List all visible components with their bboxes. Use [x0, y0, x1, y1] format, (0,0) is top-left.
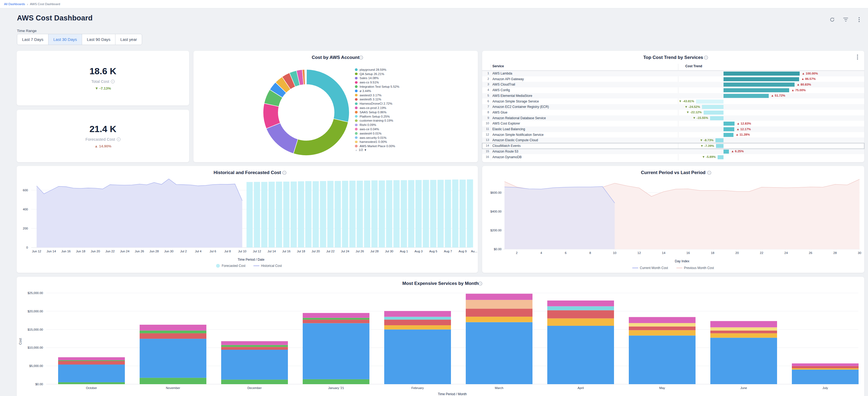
stack-segment-red[interactable] [58, 361, 125, 365]
stack-segment-khaki[interactable] [710, 327, 777, 331]
stack-segment-blue[interactable] [384, 330, 451, 384]
table-row-amazon-ec2-container-registry-ecr-[interactable]: 7Amazon EC2 Container Registry (ECR)▼ -2… [482, 104, 864, 110]
stack-segment-pink[interactable] [466, 294, 532, 300]
stack-segment-yellow[interactable] [547, 318, 614, 326]
time-range-last-90-days[interactable]: Last 90 Days [82, 34, 116, 45]
stack-segment-blue[interactable] [303, 323, 369, 379]
kebab-menu-icon[interactable] [856, 17, 862, 23]
legend-item[interactable]: aws-ce-prod 2.19% [355, 106, 473, 110]
stack-segment-red[interactable] [792, 366, 859, 368]
stack-segment-cyan[interactable] [384, 317, 451, 320]
stack-segment-blue[interactable] [221, 350, 288, 379]
info-icon[interactable]: i [111, 80, 115, 83]
stack-segment-green[interactable] [58, 382, 125, 384]
table-row-aws-glue[interactable]: 8AWS Glue▼ -22.12% [482, 110, 864, 115]
stack-segment-blue[interactable] [547, 326, 614, 384]
legend-item[interactable]: awstest3 3.17% [355, 93, 473, 97]
refresh-icon[interactable] [829, 17, 835, 23]
stack-segment-pink[interactable] [140, 325, 206, 331]
table-row-aws-elemental-mediastore[interactable]: 5AWS Elemental MediaStore▲ 51.72% [482, 93, 864, 99]
stack-segment-pink[interactable] [58, 357, 125, 360]
stack-segment-pink[interactable] [221, 341, 288, 345]
donut-slice-Sales[interactable] [267, 123, 298, 154]
stack-segment-red[interactable] [140, 333, 206, 339]
table-row-elastic-load-balancing[interactable]: 11Elastic Load Balancing▲ 12.17% [482, 126, 864, 132]
stack-segment-blue[interactable] [629, 335, 695, 384]
table-row-amazon-api-gateway[interactable]: 2Amazon API Gateway▲ 86.57% [482, 77, 864, 82]
stack-segment-pink[interactable] [629, 317, 695, 323]
stack-segment-blue[interactable] [466, 322, 532, 384]
stack-segment-red[interactable] [466, 309, 532, 317]
stack-segment-yellow[interactable] [792, 368, 859, 370]
stack-segment-green[interactable] [303, 379, 369, 384]
table-row-amazon-dynamodb[interactable]: 16Amazon DynamoDB▼ -5.89% [482, 154, 864, 160]
legend-item[interactable]: harnesstest1 0.00% [355, 140, 473, 144]
stack-segment-blue[interactable] [792, 370, 859, 384]
stack-segment-red[interactable] [303, 319, 369, 323]
stack-segment-red[interactable] [629, 326, 695, 330]
time-range-last-7-days[interactable]: Last 7 Days [17, 34, 49, 45]
stack-segment-peach[interactable] [466, 300, 532, 309]
stack-segment-yellow[interactable] [710, 333, 777, 338]
legend-item[interactable]: customer-training 0.19% [355, 119, 473, 123]
table-row-amazon-simple-notification-service[interactable]: 12Amazon Simple Notification Service▲ 11… [482, 132, 864, 138]
stack-segment-pink[interactable] [547, 301, 614, 306]
stack-segment-yellow[interactable] [629, 330, 695, 335]
legend-item[interactable]: Rishi 0.09% [355, 123, 473, 127]
time-range-last-year[interactable]: Last year [115, 34, 142, 45]
stack-segment-green[interactable] [221, 345, 288, 347]
historical-forecast-chart[interactable]: Historical and Forecasted Costi020040060… [17, 166, 478, 273]
stack-segment-pink[interactable] [792, 363, 859, 366]
stack-segment-pink[interactable] [710, 321, 777, 327]
stack-segment-pink[interactable] [303, 313, 369, 318]
stack-segment-blue[interactable] [140, 339, 206, 378]
legend-item[interactable]: aws-cs 9.51% [355, 80, 473, 85]
table-row-amazon-simple-storage-service[interactable]: 6Amazon Simple Storage Service▼ -43.81% [482, 99, 864, 104]
stack-segment-green[interactable] [221, 379, 288, 384]
stack-segment-pink[interactable] [384, 311, 451, 317]
table-row-aws-cloudtrail[interactable]: 3AWS CloudTrail▲ 80.83% [482, 82, 864, 87]
stack-segment-red[interactable] [710, 331, 777, 333]
legend-item[interactable]: QA Setup 26.21% [355, 72, 473, 76]
stack-segment-red[interactable] [547, 310, 614, 318]
legend-item[interactable]: Sales 14.08% [355, 76, 473, 81]
legend-item[interactable]: Integration Test Setup 5.52% [355, 85, 473, 89]
legend-item[interactable]: awstest4 0.01% [355, 131, 473, 135]
stack-segment-cyan[interactable] [547, 306, 614, 310]
stack-segment-blue[interactable] [710, 338, 777, 384]
legend-item[interactable]: HarnessDroneCI 2.72% [355, 101, 473, 106]
stack-segment-green[interactable] [58, 360, 125, 361]
period-compare-chart[interactable]: Current Period vs Last Periodi$0.00$200.… [482, 166, 864, 273]
legend-item[interactable]: SAAS Setup 0.86% [355, 110, 473, 114]
stack-segment-green[interactable] [140, 331, 206, 333]
table-row-amazon-elastic-compute-cloud[interactable]: 13Amazon Elastic Compute Cloud▼ -8.73% [482, 138, 864, 143]
info-icon[interactable]: i [117, 138, 121, 141]
stack-segment-khaki[interactable] [629, 323, 695, 327]
legend-page-up-icon[interactable]: ▲ [355, 149, 358, 151]
legend-item[interactable]: playground 28.59% [355, 67, 473, 72]
stack-segment-yellow[interactable] [384, 325, 451, 330]
legend-item[interactable]: aws-security 0.01% [355, 135, 473, 140]
donut-slice-QA Setup[interactable] [293, 119, 348, 155]
table-row-aws-lambda[interactable]: 1AWS Lambda▲ 100.00% [482, 71, 864, 77]
legend-dot-icon[interactable] [216, 264, 220, 268]
stack-segment-yellow[interactable] [466, 317, 532, 322]
stack-segment-red[interactable] [221, 347, 288, 350]
stack-segment-blue[interactable] [58, 365, 125, 382]
legend-item[interactable]: Platform Setup 0.25% [355, 114, 473, 119]
table-row-aws-config[interactable]: 4AWS Config▲ 75.00% [482, 87, 864, 93]
legend-item[interactable]: ø 3.44% [355, 89, 473, 93]
stack-segment-green[interactable] [140, 378, 206, 384]
stack-segment-red[interactable] [384, 319, 451, 325]
donut-slice-playground[interactable] [306, 69, 349, 122]
services-by-month-chart[interactable]: Most Expensive Services by Monthi$0.00$5… [17, 277, 864, 396]
legend-item[interactable]: aws-ce 0.04% [355, 127, 473, 131]
filter-icon[interactable] [843, 17, 849, 23]
time-range-last-30-days[interactable]: Last 30 Days [48, 34, 82, 45]
legend-item[interactable]: awstest5 3.11% [355, 97, 473, 102]
stack-segment-green[interactable] [303, 318, 369, 320]
legend-page-down-icon[interactable]: ▼ [364, 149, 367, 151]
legend-item[interactable]: AWS Market Place 0.00% [355, 144, 473, 148]
table-row-aws-cost-explorer[interactable]: 10AWS Cost Explorer▲ 12.83% [482, 121, 864, 126]
breadcrumb-all-dashboards[interactable]: All Dashboards [4, 2, 25, 6]
